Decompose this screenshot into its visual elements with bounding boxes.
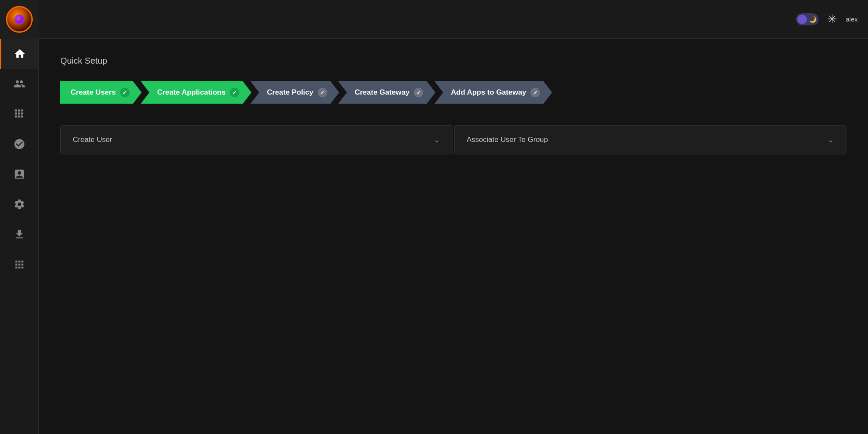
user-label: alex <box>846 15 858 23</box>
header-left <box>0 0 39 39</box>
step-label-create-policy: Create Policy <box>267 88 313 97</box>
step-label-add-apps-gateway: Add Apps to Gateway <box>451 88 526 97</box>
accordion-create-user: Create User ⌄ <box>60 125 453 154</box>
header-right: 🌙 ✳ alex <box>796 12 858 26</box>
logo-inner-circle <box>15 15 24 24</box>
logo-container[interactable] <box>0 0 39 39</box>
users-list-icon <box>13 78 25 90</box>
sidebar-item-users[interactable] <box>0 69 38 99</box>
accordion-associate-user: Associate User To Group ⌄ <box>454 125 846 154</box>
step-create-users[interactable]: Create Users ✓ <box>60 81 141 104</box>
step-check-create-policy: ✓ <box>318 88 327 97</box>
sidebar-item-home[interactable] <box>0 39 38 69</box>
settings-icon[interactable]: ✳ <box>827 12 837 26</box>
user-roles-icon <box>13 138 25 150</box>
step-label-create-applications: Create Applications <box>157 88 226 97</box>
step-create-gateway[interactable]: Create Gateway ✓ <box>338 81 435 104</box>
sidebar-item-add-apps[interactable] <box>0 249 38 280</box>
sidebar-item-download[interactable] <box>0 219 38 249</box>
sidebar-item-policies[interactable] <box>0 159 38 189</box>
logo-icon <box>6 6 33 33</box>
settings-list-icon <box>13 198 25 210</box>
grid-icon <box>13 108 25 120</box>
step-shape-create-users: Create Users ✓ <box>60 81 142 104</box>
download-icon <box>13 228 25 240</box>
quick-setup-title: Quick Setup <box>60 56 846 66</box>
sidebar-item-grid[interactable] <box>0 99 38 129</box>
step-label-create-users: Create Users <box>71 88 116 97</box>
sidebar <box>0 39 39 434</box>
home-icon <box>14 48 26 60</box>
step-check-create-applications: ✓ <box>230 88 239 97</box>
policies-icon <box>13 168 25 180</box>
step-add-apps-gateway[interactable]: Add Apps to Gateway ✓ <box>434 81 552 104</box>
step-check-create-gateway: ✓ <box>414 88 423 97</box>
header: 🌙 ✳ alex <box>0 0 868 39</box>
sidebar-item-settings[interactable] <box>0 189 38 219</box>
step-label-create-gateway: Create Gateway <box>355 88 410 97</box>
sidebar-item-user-roles[interactable] <box>0 129 38 159</box>
accordion-label-create-user: Create User <box>73 135 112 144</box>
step-shape-create-applications: Create Applications ✓ <box>141 81 251 104</box>
chevron-down-icon-create-user: ⌄ <box>434 135 440 145</box>
chevron-down-icon-associate-user: ⌄ <box>828 135 834 145</box>
step-check-create-users: ✓ <box>120 88 130 97</box>
accordion-header-associate-user[interactable]: Associate User To Group ⌄ <box>455 126 846 154</box>
moon-icon: 🌙 <box>809 16 816 23</box>
step-create-policy[interactable]: Create Policy ✓ <box>251 81 339 104</box>
accordion-label-associate-user: Associate User To Group <box>467 135 548 144</box>
step-shape-add-apps-gateway: Add Apps to Gateway ✓ <box>434 81 552 104</box>
body-layout: Quick Setup Create Users ✓ Create Applic… <box>0 39 868 434</box>
stepper: Create Users ✓ Create Applications ✓ Cre… <box>60 81 846 104</box>
accordion-header-create-user[interactable]: Create User ⌄ <box>61 126 452 154</box>
step-shape-create-gateway: Create Gateway ✓ <box>338 81 436 104</box>
step-check-add-apps-gateway: ✓ <box>530 88 540 97</box>
dark-mode-toggle[interactable]: 🌙 <box>796 13 818 25</box>
main-content: Quick Setup Create Users ✓ Create Applic… <box>39 39 868 434</box>
step-shape-create-policy: Create Policy ✓ <box>251 81 339 104</box>
add-apps-icon <box>13 259 25 271</box>
accordion-row: Create User ⌄ Associate User To Group ⌄ <box>60 125 846 154</box>
step-create-applications[interactable]: Create Applications ✓ <box>141 81 251 104</box>
